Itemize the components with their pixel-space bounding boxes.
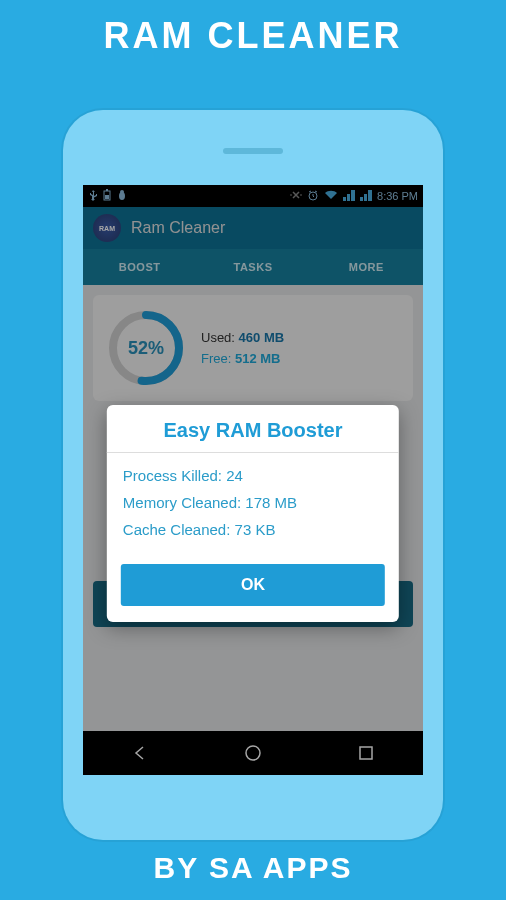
memory-cleaned-text: Memory Cleaned: 178 MB [123,494,383,511]
page-footer: BY SA APPS [0,851,506,885]
phone-speaker [223,148,283,154]
page-title: RAM CLEANER [0,0,506,57]
result-dialog: Easy RAM Booster Process Killed: 24 Memo… [107,405,399,622]
ok-button[interactable]: OK [121,564,385,606]
phone-screen: 8:36 PM RAM Ram Cleaner BOOST TASKS MORE… [83,185,423,775]
phone-frame: 8:36 PM RAM Ram Cleaner BOOST TASKS MORE… [63,110,443,840]
dialog-body: Process Killed: 24 Memory Cleaned: 178 M… [107,453,399,552]
cache-cleaned-text: Cache Cleaned: 73 KB [123,521,383,538]
process-killed-text: Process Killed: 24 [123,467,383,484]
dialog-title: Easy RAM Booster [107,405,399,453]
